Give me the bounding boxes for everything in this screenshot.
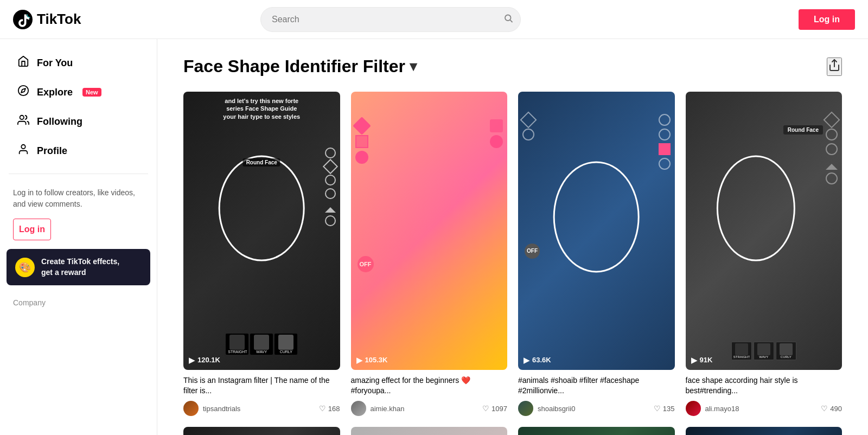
sidebar-item-following[interactable]: Following xyxy=(4,107,152,136)
video-thumb-3: OFF ▶ 63.6K xyxy=(518,92,675,370)
logo-text: TikTok xyxy=(37,11,81,28)
hair-styles-1: STRAIGHT WAVY CURLY xyxy=(226,334,297,355)
svg-marker-4 xyxy=(21,88,25,93)
tiktok-logo-icon xyxy=(13,10,33,29)
author-name-2: aimie.khan xyxy=(371,405,405,413)
author-info-1: tipsandtrials xyxy=(183,401,240,416)
bottom-thumb-2: NARROW JAWLINEMORE LENGTH THAN WIDTH xyxy=(351,427,508,435)
face-oval-3 xyxy=(553,161,640,272)
shape-icons-2 xyxy=(355,119,368,164)
face-oval-1 xyxy=(219,156,305,261)
like-count-1: ♡ 168 xyxy=(319,404,340,413)
video-meta-3: shoaibsgrii0 ♡ 135 xyxy=(518,401,675,416)
play-icon-4: ▶ xyxy=(691,356,697,364)
sidebar-login-text: Log in to follow creators, like videos, … xyxy=(0,183,157,219)
compass-icon xyxy=(17,85,29,100)
sidebar-for-you-label: For You xyxy=(37,57,73,69)
video-grid-bottom: if this shape fits click on your hair ty… xyxy=(183,427,842,435)
shape-icons-1 xyxy=(325,148,336,226)
video-title-1: This is an Instagram filter | The name o… xyxy=(183,375,340,396)
search-input[interactable] xyxy=(260,7,521,32)
header-login-button[interactable]: Log in xyxy=(799,9,855,30)
video-thumb-4: Round Face STRAIGHT WAVY xyxy=(686,92,843,370)
video-meta-4: ali.mayo18 ♡ 490 xyxy=(686,401,843,416)
title-chevron-icon[interactable]: ▾ xyxy=(410,58,417,75)
shape-icons-4 xyxy=(826,114,838,184)
header: TikTok Log in xyxy=(0,0,868,39)
logo-area: TikTok xyxy=(13,10,122,29)
sidebar-item-for-you[interactable]: For You xyxy=(4,49,152,77)
author-name-3: shoaibsgrii0 xyxy=(538,405,575,413)
page-title: Face Shape Identifier Filter ▾ xyxy=(183,56,417,76)
video-card-2[interactable]: OFF ▶ 105.3K amazing effect for the begi… xyxy=(351,92,508,416)
bottom-card-2[interactable]: NARROW JAWLINEMORE LENGTH THAN WIDTH xyxy=(351,427,508,435)
svg-point-1 xyxy=(505,15,511,21)
company-label: Company xyxy=(0,292,157,314)
svg-point-6 xyxy=(21,145,25,149)
bottom-thumb-4: If this shape fits click on your hair ty… xyxy=(686,427,843,435)
video-meta-2: aimie.khan ♡ 1097 xyxy=(351,401,508,416)
author-avatar-4 xyxy=(686,401,701,416)
video-card-4[interactable]: Round Face STRAIGHT WAVY xyxy=(686,92,843,416)
heart-icon-2: ♡ xyxy=(482,404,489,413)
sidebar-item-profile[interactable]: Profile xyxy=(4,137,152,165)
shape-icons-2r xyxy=(490,119,503,148)
round-face-label-4: Round Face xyxy=(783,125,823,135)
round-face-label-1: Round Face xyxy=(243,158,280,167)
sidebar-divider xyxy=(9,174,148,174)
shape-icons-3 xyxy=(659,114,671,170)
search-bar xyxy=(260,7,521,32)
video-grid: and let's try this new forteseries Face … xyxy=(183,92,842,416)
sidebar-login-button[interactable]: Log in xyxy=(13,219,51,240)
effects-banner[interactable]: 🎨 Create TikTok effects, get a reward xyxy=(7,249,150,285)
sidebar-nav: For You Explore New xyxy=(0,49,157,165)
sidebar-following-label: Following xyxy=(37,116,82,127)
heart-icon-1: ♡ xyxy=(319,404,326,413)
thumb-text-1: and let's try this new forteseries Face … xyxy=(188,97,336,120)
explore-new-badge: New xyxy=(82,88,101,97)
play-icon-1: ▶ xyxy=(189,356,195,364)
author-info-2: aimie.khan xyxy=(351,401,405,416)
play-icon-2: ▶ xyxy=(356,356,362,364)
effects-icon: 🎨 xyxy=(15,258,35,277)
header-right: Log in xyxy=(799,9,855,30)
shape-icons-3l xyxy=(522,114,534,140)
effects-text: Create TikTok effects, get a reward xyxy=(41,257,119,278)
search-button[interactable] xyxy=(503,13,513,25)
svg-point-3 xyxy=(18,86,28,95)
woman-overlay xyxy=(351,175,508,370)
svg-point-5 xyxy=(20,116,24,119)
author-info-4: ali.mayo18 xyxy=(686,401,739,416)
like-count-2: ♡ 1097 xyxy=(482,404,507,413)
video-thumb-2: OFF ▶ 105.3K xyxy=(351,92,508,370)
bottom-card-3[interactable]: judges your face xyxy=(518,427,675,435)
play-count-1: ▶ 120.1K xyxy=(189,356,220,364)
sidebar-item-explore[interactable]: Explore New xyxy=(4,78,152,106)
author-avatar-1 xyxy=(183,401,199,416)
heart-icon-3: ♡ xyxy=(654,404,661,413)
video-thumb-1: and let's try this new forteseries Face … xyxy=(183,92,340,370)
author-avatar-3 xyxy=(518,401,533,416)
author-info-3: shoaibsgrii0 xyxy=(518,401,575,416)
share-button[interactable] xyxy=(827,57,842,76)
bottom-card-1[interactable]: if this shape fits click on your hair ty… xyxy=(183,427,340,435)
sidebar-explore-label: Explore xyxy=(37,87,73,98)
video-card-3[interactable]: OFF ▶ 63.6K #animals #shoaib #filter #fa… xyxy=(518,92,675,416)
like-count-3: ♡ 135 xyxy=(654,404,675,413)
sidebar-profile-label: Profile xyxy=(37,145,67,157)
video-meta-1: tipsandtrials ♡ 168 xyxy=(183,401,340,416)
video-title-2: amazing effect for the beginners ❤️ #for… xyxy=(351,375,508,396)
author-name-1: tipsandtrials xyxy=(203,405,240,413)
bottom-card-4[interactable]: If this shape fits click on your hair ty… xyxy=(686,427,843,435)
bottom-thumb-1: if this shape fits click on your hair ty… xyxy=(183,427,340,435)
bottom-thumb-3: judges your face xyxy=(518,427,675,435)
video-title-3: #animals #shoaib #filter #faceshape #2mi… xyxy=(518,375,675,396)
main-content: Face Shape Identifier Filter ▾ xyxy=(157,39,868,435)
video-card-1[interactable]: and let's try this new forteseries Face … xyxy=(183,92,340,416)
home-icon xyxy=(17,55,29,71)
author-name-4: ali.mayo18 xyxy=(705,405,739,413)
play-count-4: ▶ 91K xyxy=(691,356,713,364)
like-count-4: ♡ 490 xyxy=(821,404,842,413)
video-title-4: face shape according hair style is best#… xyxy=(686,375,843,396)
face-oval-4 xyxy=(717,156,795,261)
